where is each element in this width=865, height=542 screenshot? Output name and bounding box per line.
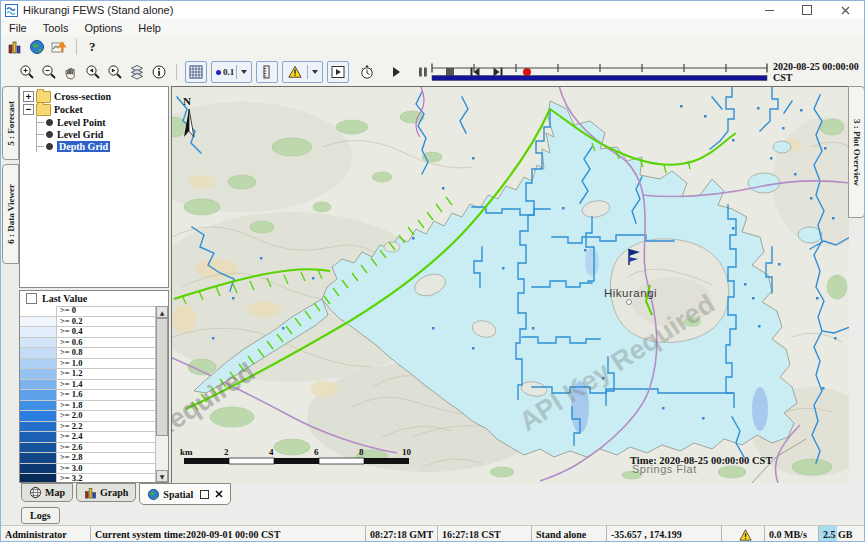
- legend-row[interactable]: >= 0.6: [20, 338, 155, 349]
- right-tab-strip: 3 : Plot Overview: [849, 86, 865, 483]
- scroll-up-icon[interactable]: ▲: [156, 306, 168, 318]
- tab-data-viewer[interactable]: 6 : Data Viewer: [2, 164, 19, 264]
- logs-button[interactable]: Logs: [21, 507, 60, 524]
- legend-row[interactable]: >= 0.4: [20, 327, 155, 338]
- tree-node-level-grid[interactable]: Level Grid: [37, 128, 168, 140]
- warning-icon: [288, 65, 302, 79]
- status-warning-cell[interactable]: [722, 526, 765, 542]
- zoom-in-icon[interactable]: [19, 64, 35, 80]
- tab-graph-label: Graph: [100, 487, 128, 498]
- tab-forecast[interactable]: 5 : Forecast: [2, 86, 19, 160]
- zoom-previous-icon[interactable]: [85, 64, 101, 80]
- legend-row[interactable]: >= 1.8: [20, 401, 155, 412]
- legend-row[interactable]: >= 0.2: [20, 317, 155, 328]
- time-slider[interactable]: [429, 60, 770, 84]
- legend-row-label: >= 0.2: [57, 317, 82, 327]
- legend-row[interactable]: >= 2.0: [20, 411, 155, 422]
- warning-threshold-dropdown[interactable]: [282, 61, 323, 83]
- node-bullet-icon: [46, 131, 53, 138]
- legend-row[interactable]: >= 3.0: [20, 464, 155, 475]
- expand-icon[interactable]: +: [23, 91, 34, 102]
- timeseries-dialog-icon[interactable]: [51, 39, 67, 55]
- status-mode: Stand alone: [532, 526, 607, 542]
- menu-options[interactable]: Options: [76, 22, 130, 34]
- scroll-down-icon[interactable]: ▼: [156, 470, 168, 482]
- legend-scrollbar[interactable]: ▲ ▼: [155, 306, 168, 482]
- time-slider-bar[interactable]: [432, 76, 767, 81]
- timer-icon[interactable]: [359, 64, 375, 80]
- play-icon[interactable]: [388, 64, 404, 80]
- minimize-button[interactable]: [750, 1, 788, 19]
- contour-interval-dropdown[interactable]: 0.1: [211, 61, 252, 83]
- legend-color-swatch: [20, 390, 57, 400]
- title-bar: Hikurangi FEWS (Stand alone): [1, 1, 864, 19]
- svg-text:4: 4: [269, 447, 274, 457]
- animation-button[interactable]: [327, 61, 349, 83]
- legend-row[interactable]: >= 2.6: [20, 443, 155, 454]
- last-value-checkbox[interactable]: [26, 293, 37, 304]
- node-bullet-icon: [46, 143, 53, 150]
- legend-row[interactable]: >= 0.8: [20, 348, 155, 359]
- grid-display-button[interactable]: [185, 61, 207, 83]
- tree-label: Level Grid: [57, 129, 103, 140]
- maximize-button[interactable]: [788, 1, 826, 19]
- vertical-scale-button[interactable]: [256, 61, 278, 83]
- map-display-icon[interactable]: [29, 39, 45, 55]
- legend-row[interactable]: >= 1.0: [20, 359, 155, 370]
- legend-row[interactable]: >= 1.6: [20, 390, 155, 401]
- legend-color-swatch: [20, 432, 57, 442]
- tree-node-pocket[interactable]: − Pocket: [20, 103, 168, 116]
- status-memory: 2.5 GB: [819, 526, 864, 542]
- legend-row[interactable]: >= 3.2: [20, 474, 155, 482]
- database-viewer-icon[interactable]: [7, 39, 23, 55]
- legend-row[interactable]: >= 1.2: [20, 369, 155, 380]
- legend-row-label: >= 1.2: [57, 369, 82, 379]
- tab-graph[interactable]: Graph: [76, 483, 136, 502]
- map-viewport[interactable]: API Key Required API Key Required Hikura…: [171, 86, 851, 484]
- close-button[interactable]: [826, 1, 864, 19]
- tab-spatial[interactable]: Spatial: [139, 483, 231, 505]
- status-coordinates: -35.657 , 174.199: [607, 526, 722, 542]
- svg-text:10: 10: [402, 447, 412, 457]
- legend-row[interactable]: >= 2.2: [20, 422, 155, 433]
- legend-row[interactable]: >= 2.8: [20, 453, 155, 464]
- zoom-out-icon[interactable]: [41, 64, 57, 80]
- scrollbar-thumb[interactable]: [156, 318, 168, 436]
- tree-node-depth-grid[interactable]: Depth Grid: [37, 140, 168, 152]
- status-network-rate: 0.0 MB/s: [765, 526, 819, 542]
- menu-file[interactable]: File: [1, 22, 35, 34]
- legend-row[interactable]: >= 2.4: [20, 432, 155, 443]
- tab-plot-overview-label: 3 : Plot Overview: [852, 119, 862, 186]
- chevron-down-icon: [241, 70, 247, 74]
- collapse-icon[interactable]: −: [23, 104, 34, 115]
- legend-color-swatch: [20, 411, 57, 421]
- menu-help[interactable]: Help: [130, 22, 169, 34]
- node-bullet-icon: [46, 119, 53, 126]
- tab-close-icon[interactable]: [215, 490, 223, 498]
- svg-text:6: 6: [314, 447, 319, 457]
- tab-maximize-icon[interactable]: [200, 490, 209, 499]
- legend-table: >= 0 >= 0.2 >= 0.4: [20, 306, 155, 482]
- legend-row-label: >= 0.8: [57, 348, 82, 358]
- folder-open-icon: [36, 104, 51, 116]
- logs-row: Logs: [1, 506, 864, 525]
- tree-node-level-point[interactable]: Level Point: [37, 116, 168, 128]
- menu-tools[interactable]: Tools: [35, 22, 77, 34]
- tab-plot-overview[interactable]: 3 : Plot Overview: [848, 86, 865, 218]
- legend-row[interactable]: >= 0: [20, 306, 155, 317]
- help-button[interactable]: ?: [89, 39, 96, 55]
- tree-label: Cross-section: [54, 91, 111, 102]
- tab-map[interactable]: Map: [21, 483, 73, 502]
- map-canvas[interactable]: API Key Required API Key Required Hikura…: [172, 87, 850, 483]
- legend-row[interactable]: >= 1.4: [20, 380, 155, 391]
- status-local-time: 16:27:18 CST: [438, 526, 532, 542]
- legend-color-swatch: [20, 338, 57, 348]
- info-icon[interactable]: [151, 64, 167, 80]
- filter-tree-panel: + Cross-section − Pocket Level Point Lev…: [19, 86, 169, 288]
- contour-interval-value: 0.1: [223, 67, 234, 77]
- zoom-next-icon[interactable]: [107, 64, 123, 80]
- pan-hand-icon[interactable]: [63, 64, 79, 80]
- legend-row-label: >= 1.8: [57, 401, 82, 411]
- layers-icon[interactable]: [129, 64, 145, 80]
- tab-map-label: Map: [45, 487, 65, 498]
